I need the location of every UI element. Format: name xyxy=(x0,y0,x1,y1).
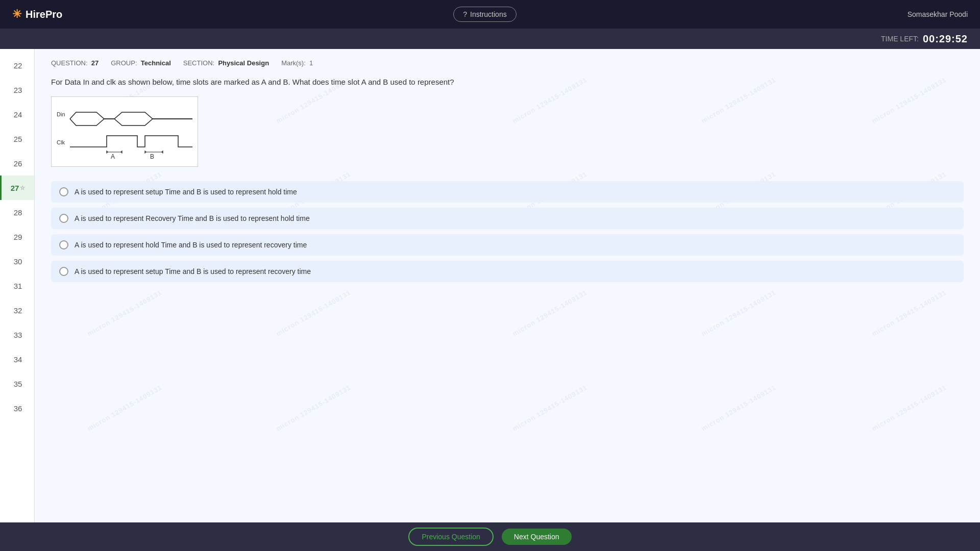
next-question-button[interactable]: Next Question xyxy=(502,529,572,545)
option-label-2: A is used to represent Recovery Time and… xyxy=(75,214,310,222)
instructions-button[interactable]: ? Instructions xyxy=(453,7,516,22)
logo-icon: ✳ xyxy=(12,8,21,21)
watermark-text: micron 129415-1409131 xyxy=(700,383,778,432)
radio-1[interactable] xyxy=(59,187,68,196)
option-item-3[interactable]: A is used to represent hold Time and B i… xyxy=(51,234,964,256)
watermark-text: micron 129415-1409131 xyxy=(275,383,352,432)
sidebar-item-35[interactable]: 35 xyxy=(0,371,34,396)
svg-text:Clk: Clk xyxy=(57,139,65,145)
svg-text:Din: Din xyxy=(57,111,65,117)
radio-2[interactable] xyxy=(59,214,68,223)
radio-3[interactable] xyxy=(59,240,68,249)
user-name: Somasekhar Poodi xyxy=(908,10,968,18)
content-inner: QUESTION: 27 GROUP: Technical SECTION: P… xyxy=(51,59,964,282)
prev-question-button[interactable]: Previous Question xyxy=(408,528,493,546)
sidebar-item-32[interactable]: 32 xyxy=(0,298,34,322)
marks-value: 1 xyxy=(309,59,313,67)
sidebar-item-27[interactable]: 27☆ xyxy=(0,176,34,200)
option-label-1: A is used to represent setup Time and B … xyxy=(75,188,297,196)
timer-label: TIME LEFT: xyxy=(881,35,919,43)
watermark-text: micron 129415-1409131 xyxy=(511,383,589,432)
group-value: Technical xyxy=(141,59,171,67)
sidebar-item-31[interactable]: 31 xyxy=(0,273,34,298)
question-icon: ? xyxy=(463,10,467,18)
watermark-text: micron 129415-1409131 xyxy=(511,289,589,338)
question-text: For Data In and clk as shown below, time… xyxy=(51,76,964,88)
svg-text:A: A xyxy=(111,153,115,160)
options-list: A is used to represent setup Time and B … xyxy=(51,181,964,282)
question-number: 27 xyxy=(91,59,99,67)
timing-diagram-svg: Din Clk A xyxy=(56,101,193,162)
sidebar: 222324252627☆282930313233343536 xyxy=(0,49,35,522)
sidebar-item-34[interactable]: 34 xyxy=(0,347,34,371)
timer-value: 00:29:52 xyxy=(923,33,968,45)
timing-diagram: Din Clk A xyxy=(51,96,198,167)
header: ✳ HirePro ? Instructions Somasekhar Pood… xyxy=(0,0,980,29)
sidebar-item-33[interactable]: 33 xyxy=(0,322,34,347)
watermark-text: micron 129415-1409131 xyxy=(870,289,948,338)
watermark-text: micron 129415-1409131 xyxy=(870,383,948,432)
radio-4[interactable] xyxy=(59,267,68,276)
star-icon: ☆ xyxy=(20,185,25,191)
sidebar-item-24[interactable]: 24 xyxy=(0,102,34,127)
bottom-nav: Previous Question Next Question xyxy=(0,522,980,551)
sidebar-item-28[interactable]: 28 xyxy=(0,200,34,224)
watermark-text: micron 129415-1409131 xyxy=(275,289,352,338)
sidebar-item-36[interactable]: 36 xyxy=(0,396,34,420)
watermark-text: micron 129415-1409131 xyxy=(86,383,163,432)
sidebar-item-26[interactable]: 26 xyxy=(0,151,34,176)
group-label: GROUP: Technical xyxy=(111,59,171,67)
section-label: SECTION: Physical Design xyxy=(183,59,269,67)
option-item-4[interactable]: A is used to represent setup Time and B … xyxy=(51,261,964,282)
watermark-text: micron 129415-1409131 xyxy=(700,289,778,338)
question-label: QUESTION: 27 xyxy=(51,59,99,67)
main-layout: 222324252627☆282930313233343536 micron 1… xyxy=(0,49,980,522)
logo-text: HirePro xyxy=(26,9,62,20)
option-label-3: A is used to represent hold Time and B i… xyxy=(75,241,307,249)
sidebar-item-25[interactable]: 25 xyxy=(0,127,34,151)
watermark-text: micron 129415-1409131 xyxy=(86,289,163,338)
logo: ✳ HirePro xyxy=(12,8,62,21)
marks-label: Mark(s): 1 xyxy=(281,59,313,67)
option-item-2[interactable]: A is used to represent Recovery Time and… xyxy=(51,208,964,229)
sidebar-item-29[interactable]: 29 xyxy=(0,224,34,249)
option-item-1[interactable]: A is used to represent setup Time and B … xyxy=(51,181,964,203)
content-area: micron 129415-1409131micron 129415-14091… xyxy=(35,49,980,522)
question-meta: QUESTION: 27 GROUP: Technical SECTION: P… xyxy=(51,59,964,67)
option-label-4: A is used to represent setup Time and B … xyxy=(75,267,311,276)
sidebar-item-22[interactable]: 22 xyxy=(0,53,34,78)
timer-bar: TIME LEFT: 00:29:52 xyxy=(0,29,980,49)
instructions-label: Instructions xyxy=(470,10,507,18)
svg-text:B: B xyxy=(150,153,154,160)
section-value: Physical Design xyxy=(218,59,269,67)
sidebar-item-30[interactable]: 30 xyxy=(0,249,34,273)
sidebar-item-23[interactable]: 23 xyxy=(0,78,34,102)
